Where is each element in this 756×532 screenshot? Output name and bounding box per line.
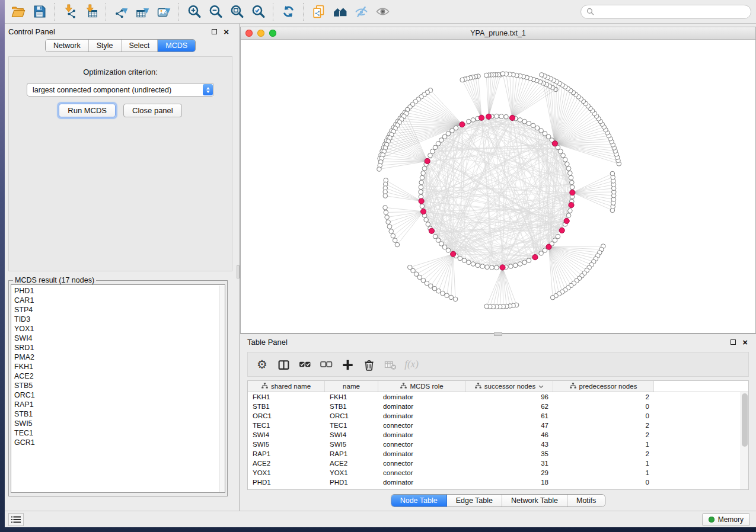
memory-button[interactable]: Memory <box>702 513 750 526</box>
table-cell: PHD1 <box>325 479 378 486</box>
table-scrollbar[interactable] <box>741 392 748 489</box>
tab-network[interactable]: Network <box>46 40 89 52</box>
table-cell: 0 <box>553 403 654 410</box>
table-row[interactable]: STB1STB1dominator620 <box>248 402 748 411</box>
float-panel-icon[interactable] <box>212 29 217 34</box>
table-settings-button[interactable]: ⚙ <box>251 354 273 374</box>
vertical-splitter[interactable] <box>236 24 240 511</box>
list-item[interactable]: ACE2 <box>14 371 225 381</box>
list-item[interactable]: CAR1 <box>14 296 225 305</box>
network-graph[interactable] <box>241 40 755 333</box>
tab-select[interactable]: Select <box>122 40 158 52</box>
select-all-rows-button[interactable] <box>294 354 315 374</box>
vertical-splitter-handle[interactable] <box>237 265 240 278</box>
run-mcds-button[interactable]: Run MCDS <box>59 104 116 117</box>
list-item[interactable]: STP4 <box>14 305 225 315</box>
export-network-button[interactable] <box>110 2 132 21</box>
apply-layout-button[interactable] <box>277 2 299 21</box>
list-item[interactable]: TID3 <box>14 315 225 324</box>
table-cell: connector <box>378 422 466 429</box>
function-builder-button[interactable]: f(x) <box>401 354 422 374</box>
search-field[interactable] <box>580 5 751 19</box>
list-item[interactable]: ORC1 <box>14 390 225 400</box>
first-neighbors-button[interactable] <box>329 2 350 21</box>
table-cell: ORC1 <box>248 412 325 419</box>
list-item[interactable]: STB1 <box>14 409 225 419</box>
table-cell: 46 <box>466 431 553 438</box>
list-item[interactable]: PMA2 <box>14 352 225 362</box>
list-item[interactable]: SWI4 <box>14 334 225 343</box>
table-tab-node-table[interactable]: Node Table <box>391 495 447 507</box>
column-header-MCDS-role[interactable]: MCDS role <box>378 381 466 392</box>
list-item[interactable]: TEC1 <box>14 428 225 438</box>
column-header-successor-nodes[interactable]: successor nodes <box>466 381 553 392</box>
import-network-button[interactable] <box>59 2 80 21</box>
table-row[interactable]: SWI4SWI4dominator462 <box>248 430 748 440</box>
table-cell: 2 <box>553 393 654 400</box>
table-tabs: Node TableEdge TableNetwork TableMotifs <box>391 494 606 507</box>
column-header-predecessor-nodes[interactable]: predecessor nodes <box>553 381 654 392</box>
list-item[interactable]: STB5 <box>14 381 225 390</box>
table-panel: Table Panel × ⚙f(x) shared namenameMCDS … <box>240 334 756 511</box>
hide-selected-button[interactable] <box>350 2 372 21</box>
table-row[interactable]: YOX1YOX1connector291 <box>248 468 748 477</box>
zoom-selected-button[interactable] <box>247 2 269 21</box>
zoom-in-button[interactable] <box>183 2 205 21</box>
show-all-button[interactable] <box>372 2 393 21</box>
zoom-out-button[interactable] <box>205 2 226 21</box>
deselect-all-rows-button[interactable] <box>315 354 337 374</box>
list-item[interactable]: FKH1 <box>14 362 225 371</box>
mcds-tab-content: Optimization criterion: largest connecte… <box>8 56 232 271</box>
save-session-button[interactable] <box>28 2 50 21</box>
float-table-panel-icon[interactable] <box>731 339 736 345</box>
zoom-fit-button[interactable] <box>226 2 247 21</box>
list-item[interactable]: SWI5 <box>14 419 225 428</box>
list-item[interactable]: SRD1 <box>14 343 225 352</box>
network-canvas[interactable] <box>241 40 755 333</box>
add-column-button[interactable] <box>337 354 358 374</box>
table-row[interactable]: ACE2ACE2connector311 <box>248 459 748 468</box>
list-item[interactable]: RAP1 <box>14 400 225 409</box>
table-tab-network-table[interactable]: Network Table <box>502 495 567 507</box>
export-network-icon <box>114 4 129 19</box>
close-panel-icon[interactable]: × <box>224 29 229 34</box>
table-tab-edge-table[interactable]: Edge Table <box>447 495 502 507</box>
mcds-result-list[interactable]: PHD1CAR1STP4TID3YOX1SWI4SRD1PMA2FKH1ACE2… <box>11 284 225 493</box>
list-item[interactable]: YOX1 <box>14 324 225 334</box>
delete-column-button[interactable] <box>358 354 379 374</box>
table-row[interactable]: RAP1RAP1dominator352 <box>248 449 748 459</box>
table-row[interactable]: FKH1FKH1dominator962 <box>248 392 748 402</box>
table-cell: 2 <box>553 450 654 457</box>
table-split-view-button[interactable] <box>273 354 294 374</box>
close-table-panel-icon[interactable]: × <box>742 339 748 345</box>
search-input[interactable] <box>597 8 745 16</box>
mcds-list-scrollbar[interactable] <box>219 286 225 492</box>
table-cell: 0 <box>553 412 654 419</box>
column-header-name[interactable]: name <box>325 381 378 392</box>
criterion-selected-value: largest connected component (undirected) <box>33 86 171 94</box>
tab-style[interactable]: Style <box>89 40 122 52</box>
export-table-button[interactable] <box>132 2 153 21</box>
tab-mcds[interactable]: MCDS <box>158 40 195 52</box>
network-title: YPA_prune.txt_1 <box>241 29 755 37</box>
table-tab-motifs[interactable]: Motifs <box>567 495 605 507</box>
open-file-button[interactable] <box>7 2 28 21</box>
table-scrollbar-thumb[interactable] <box>742 393 748 447</box>
copy-network-button[interactable] <box>308 2 329 21</box>
close-panel-button[interactable]: Close panel <box>123 104 182 117</box>
task-history-button[interactable] <box>8 513 24 526</box>
import-table-button[interactable] <box>80 2 101 21</box>
column-header-shared-name[interactable]: shared name <box>248 381 325 392</box>
export-image-button[interactable] <box>153 2 174 21</box>
network-window-titlebar[interactable]: YPA_prune.txt_1 <box>241 27 755 40</box>
list-item[interactable]: GCR1 <box>14 438 225 447</box>
table-row[interactable]: PHD1PHD1dominator180 <box>248 477 748 487</box>
delete-table-button[interactable] <box>379 354 401 374</box>
optimization-criterion-select[interactable]: largest connected component (undirected) <box>27 83 214 97</box>
list-item[interactable]: PHD1 <box>14 286 225 296</box>
horizontal-splitter-handle[interactable] <box>494 332 502 336</box>
table-row[interactable]: SWI5SWI5connector431 <box>248 440 748 449</box>
table-row[interactable]: TEC1TEC1connector472 <box>248 421 748 430</box>
table-row[interactable]: ORC1ORC1dominator610 <box>248 411 748 421</box>
mcds-result-title: MCDS result (17 nodes) <box>13 276 96 284</box>
